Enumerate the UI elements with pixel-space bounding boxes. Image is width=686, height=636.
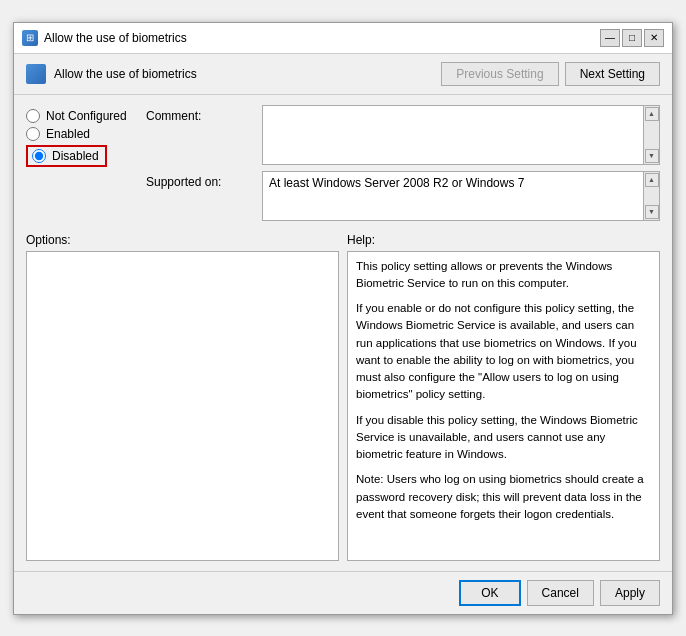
footer: OK Cancel Apply: [14, 571, 672, 614]
enabled-label: Enabled: [46, 127, 90, 141]
supported-scroll-up[interactable]: ▲: [645, 173, 659, 187]
scroll-up-arrow[interactable]: ▲: [645, 107, 659, 121]
help-para-3: If you disable this policy setting, the …: [356, 412, 651, 464]
disabled-label: Disabled: [52, 149, 99, 163]
help-para-2: If you enable or do not configure this p…: [356, 300, 651, 404]
disabled-radio[interactable]: [32, 149, 46, 163]
options-label: Options:: [26, 233, 339, 247]
enabled-option[interactable]: Enabled: [26, 127, 136, 141]
bottom-section: Options: Help: This policy setting allow…: [26, 233, 660, 561]
apply-button[interactable]: Apply: [600, 580, 660, 606]
radio-section: Not Configured Enabled Disabled: [26, 105, 136, 221]
not-configured-radio[interactable]: [26, 109, 40, 123]
supported-scrollbar[interactable]: ▲ ▼: [643, 172, 659, 220]
comment-label: Comment:: [146, 105, 256, 123]
content-area: Not Configured Enabled Disabled Comment:: [14, 95, 672, 571]
help-section: Help: This policy setting allows or prev…: [347, 233, 660, 561]
comment-field-wrapper: ▲ ▼: [262, 105, 660, 165]
comment-textarea[interactable]: [263, 106, 643, 164]
close-button[interactable]: ✕: [644, 29, 664, 47]
supported-on-label: Supported on:: [146, 171, 256, 189]
help-para-1: This policy setting allows or prevents t…: [356, 258, 651, 293]
title-bar-left: ⊞ Allow the use of biometrics: [22, 30, 187, 46]
comment-row: Comment: ▲ ▼: [146, 105, 660, 165]
ok-button[interactable]: OK: [459, 580, 520, 606]
not-configured-option[interactable]: Not Configured: [26, 109, 136, 123]
header-icon: [26, 64, 46, 84]
cancel-button[interactable]: Cancel: [527, 580, 594, 606]
right-panel: Comment: ▲ ▼ Supported on: At least Wind…: [146, 105, 660, 221]
title-bar: ⊞ Allow the use of biometrics — □ ✕: [14, 23, 672, 54]
help-box: This policy setting allows or prevents t…: [347, 251, 660, 561]
comment-scrollbar[interactable]: ▲ ▼: [643, 106, 659, 164]
scroll-down-arrow[interactable]: ▼: [645, 149, 659, 163]
header-bar: Allow the use of biometrics Previous Set…: [14, 54, 672, 95]
supported-scroll-down[interactable]: ▼: [645, 205, 659, 219]
not-configured-label: Not Configured: [46, 109, 127, 123]
disabled-option[interactable]: Disabled: [26, 145, 107, 167]
maximize-button[interactable]: □: [622, 29, 642, 47]
title-text: Allow the use of biometrics: [44, 31, 187, 45]
previous-setting-button[interactable]: Previous Setting: [441, 62, 558, 86]
minimize-button[interactable]: —: [600, 29, 620, 47]
header-left: Allow the use of biometrics: [26, 64, 197, 84]
top-section: Not Configured Enabled Disabled Comment:: [26, 105, 660, 221]
next-setting-button[interactable]: Next Setting: [565, 62, 660, 86]
dialog-window: ⊞ Allow the use of biometrics — □ ✕ Allo…: [13, 22, 673, 615]
help-para-4: Note: Users who log on using biometrics …: [356, 471, 651, 523]
help-label: Help:: [347, 233, 660, 247]
header-buttons: Previous Setting Next Setting: [441, 62, 660, 86]
supported-on-row: Supported on: At least Windows Server 20…: [146, 171, 660, 221]
supported-on-wrapper: At least Windows Server 2008 R2 or Windo…: [262, 171, 660, 221]
title-controls: — □ ✕: [600, 29, 664, 47]
enabled-radio[interactable]: [26, 127, 40, 141]
header-title: Allow the use of biometrics: [54, 67, 197, 81]
supported-on-text: At least Windows Server 2008 R2 or Windo…: [263, 172, 643, 220]
dialog-icon: ⊞: [22, 30, 38, 46]
options-box: [26, 251, 339, 561]
options-section: Options:: [26, 233, 339, 561]
